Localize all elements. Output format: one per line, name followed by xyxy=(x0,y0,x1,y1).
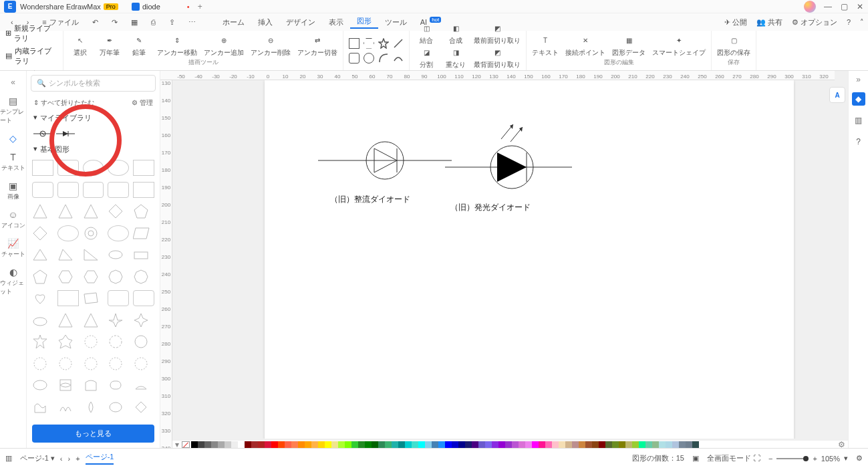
shape-led-diode[interactable] xyxy=(432,114,579,194)
shape-cell[interactable] xyxy=(133,290,154,306)
color-swatch[interactable] xyxy=(251,441,258,448)
color-swatch[interactable] xyxy=(492,441,498,448)
shape-data-button[interactable]: ▦図形データ xyxy=(612,35,645,57)
color-swatch[interactable] xyxy=(445,441,452,448)
symbol-search-input[interactable]: 🔍 シンボルを検索 xyxy=(31,75,156,92)
color-swatch[interactable] xyxy=(418,441,425,448)
connection-point-button[interactable]: ✕接続ポイント xyxy=(565,35,605,57)
rightrail-page[interactable]: ▥ xyxy=(852,114,865,127)
color-swatch[interactable] xyxy=(358,441,365,448)
color-swatch[interactable] xyxy=(625,441,632,448)
color-swatch[interactable] xyxy=(398,441,405,448)
close-button[interactable]: ✕ xyxy=(852,2,868,11)
collapse-right-rail[interactable]: » xyxy=(856,75,861,84)
shape-cell[interactable] xyxy=(133,399,154,415)
color-swatch[interactable] xyxy=(231,441,238,448)
shape-cell[interactable] xyxy=(108,334,129,350)
shape-cell[interactable] xyxy=(83,334,104,350)
color-swatch[interactable] xyxy=(532,441,539,448)
text-button[interactable]: Tテキスト xyxy=(532,35,559,57)
divide-button[interactable]: ◪分割 xyxy=(415,47,438,70)
anchor-move-tool[interactable]: ⇕アンカー移動 xyxy=(157,35,197,57)
shape-cell[interactable] xyxy=(108,247,129,263)
color-swatch[interactable] xyxy=(465,441,472,448)
page-tab[interactable]: ページ-1 xyxy=(86,452,114,465)
color-swatch[interactable] xyxy=(525,441,532,448)
star-tool[interactable] xyxy=(378,38,389,49)
collapse-left-rail[interactable]: « xyxy=(8,75,18,90)
color-swatch[interactable] xyxy=(211,441,218,448)
intersect-button[interactable]: ◨重なり xyxy=(444,47,467,70)
shape-cell[interactable] xyxy=(83,182,104,198)
color-swatch[interactable] xyxy=(278,441,285,448)
save-button[interactable]: ▦ xyxy=(124,18,144,27)
shape-cell[interactable] xyxy=(32,182,53,198)
color-swatch[interactable] xyxy=(218,441,225,448)
color-swatch[interactable] xyxy=(458,441,465,448)
shape-cell[interactable] xyxy=(83,312,104,328)
rail-templates[interactable]: ▤テンプレート xyxy=(0,94,26,127)
color-swatch[interactable] xyxy=(385,441,392,448)
manage-button[interactable]: ⚙ 管理 xyxy=(132,98,153,108)
shape-cell[interactable] xyxy=(108,399,129,415)
fit-button[interactable]: ▣ xyxy=(692,454,699,463)
shape-cell[interactable] xyxy=(32,377,53,393)
shape-cell[interactable] xyxy=(108,182,129,198)
color-swatch[interactable] xyxy=(645,441,652,448)
menu-view[interactable]: 表示 xyxy=(322,17,350,27)
shape-cell[interactable] xyxy=(108,203,129,219)
color-swatch[interactable] xyxy=(265,441,271,448)
anchor-delete-tool[interactable]: ⊖アンカー削除 xyxy=(251,35,291,57)
rightrail-format[interactable]: ◆ xyxy=(852,92,865,106)
color-swatch[interactable] xyxy=(305,441,311,448)
menu-home[interactable]: ホーム xyxy=(216,17,251,27)
color-swatch[interactable] xyxy=(438,441,445,448)
shape-cell[interactable] xyxy=(57,203,79,219)
zoom-in-button[interactable]: + xyxy=(813,455,817,463)
shape-cell[interactable] xyxy=(108,377,129,393)
color-swatch[interactable] xyxy=(639,441,645,448)
print-button[interactable]: ⎙ xyxy=(144,18,162,26)
shape-cell[interactable] xyxy=(83,290,104,306)
rail-widgets[interactable]: ◐ウィジェット xyxy=(0,265,26,298)
color-swatch[interactable] xyxy=(432,441,438,448)
canvas[interactable]: （旧）整流ダイオード （旧）発光ダイオード xyxy=(172,80,835,439)
shape-cell[interactable] xyxy=(108,160,129,176)
shape-cell[interactable] xyxy=(108,225,129,241)
color-swatch[interactable] xyxy=(659,441,666,448)
shape-cell[interactable] xyxy=(83,269,104,285)
shape-cell[interactable] xyxy=(133,203,154,219)
color-swatch[interactable] xyxy=(331,441,338,448)
next-page-button[interactable]: › xyxy=(68,455,71,463)
shape-cell[interactable] xyxy=(108,290,129,306)
color-swatch[interactable] xyxy=(552,441,559,448)
color-swatch[interactable] xyxy=(632,441,639,448)
redo-button[interactable]: ↷ xyxy=(105,18,124,27)
roundrect-tool[interactable] xyxy=(349,53,359,64)
color-swatch[interactable] xyxy=(519,441,525,448)
shape-cell[interactable] xyxy=(57,334,79,350)
settings-button[interactable]: ⚙ xyxy=(856,454,863,463)
color-swatch[interactable] xyxy=(351,441,358,448)
color-swatch[interactable] xyxy=(619,441,625,448)
maximize-button[interactable]: ▢ xyxy=(836,2,852,11)
color-swatch[interactable] xyxy=(512,441,519,448)
builtin-library-button[interactable]: ▤内蔵ライブラリ xyxy=(5,46,57,66)
export-button[interactable]: ⇪ xyxy=(162,18,182,27)
hex-tool[interactable] xyxy=(364,38,374,49)
shape-cell[interactable] xyxy=(133,334,154,350)
mylib-shape-1[interactable] xyxy=(33,128,49,139)
color-swatch[interactable] xyxy=(592,441,599,448)
shape-cell[interactable] xyxy=(133,182,154,198)
color-swatch[interactable] xyxy=(572,441,579,448)
color-swatch[interactable] xyxy=(372,441,378,448)
color-swatch[interactable] xyxy=(245,441,251,448)
menu-insert[interactable]: 挿入 xyxy=(251,17,279,27)
color-swatch[interactable] xyxy=(338,441,345,448)
options-button[interactable]: ⚙ オプション xyxy=(792,17,837,27)
color-swatch[interactable] xyxy=(472,441,478,448)
shape-cell[interactable] xyxy=(57,269,79,285)
color-swatch[interactable] xyxy=(692,441,699,448)
shape-cell[interactable] xyxy=(133,356,154,372)
color-swatch[interactable] xyxy=(285,441,291,448)
